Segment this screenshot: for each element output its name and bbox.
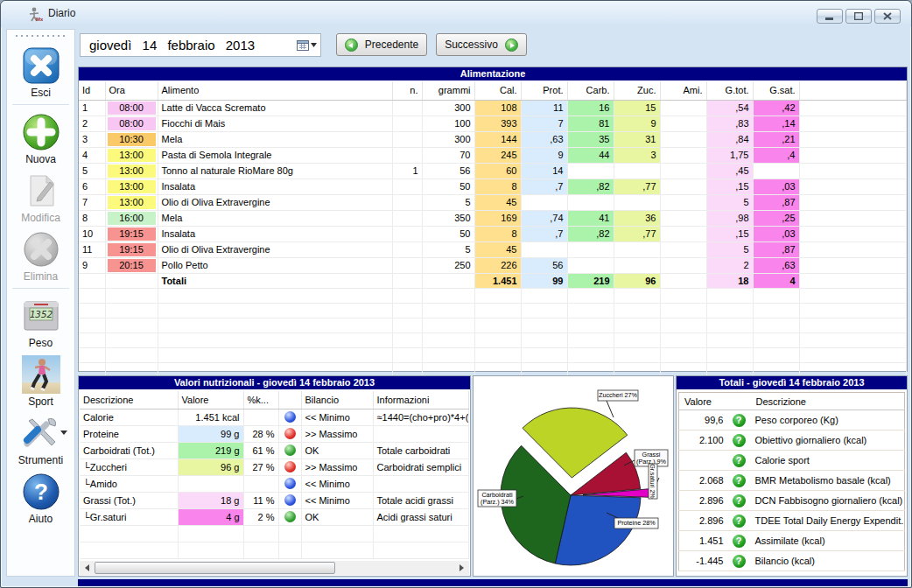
food-row[interactable]: 513:00Tonno al naturale RioMare 80g15660…	[79, 163, 907, 178]
totals-label: Totali	[158, 273, 392, 288]
previous-day-button[interactable]: Precedente	[336, 33, 427, 56]
nutrition-col-header[interactable]: Bilancio	[301, 391, 373, 409]
food-row[interactable]: 208:00Fiocchi di Mais1003937819,83,14	[79, 116, 907, 131]
cell-status	[278, 458, 301, 475]
cell-zuc	[614, 242, 660, 257]
sidebar-item-modifica[interactable]: Modifica	[7, 167, 74, 226]
totals-col-header[interactable]: Descrizione	[751, 393, 905, 410]
help-question-icon[interactable]: ?	[733, 535, 746, 548]
cell-zuc	[614, 163, 660, 178]
food-col-header[interactable]: Id	[79, 81, 105, 100]
sidebar-item-aiuto[interactable]: ?Aiuto	[7, 468, 74, 527]
food-row[interactable]: 1019:15Insalata508,7,82,77,15,03	[79, 226, 907, 242]
nutrition-col-header[interactable]	[278, 391, 301, 409]
nutrition-col-header[interactable]: Descrizione	[80, 391, 178, 409]
food-col-header[interactable]: Carb.	[567, 81, 614, 100]
totals-row[interactable]: -1.445?Bilancio (kcal)	[679, 551, 905, 571]
cell-valore: 99,6	[679, 410, 728, 430]
totals-row[interactable]: 99,6?Peso corporeo (Kg)	[679, 410, 905, 430]
nutrition-col-header[interactable]: Informazioni	[373, 391, 469, 409]
food-col-header[interactable]: n.	[392, 81, 422, 100]
calendar-dropdown-button[interactable]	[292, 34, 320, 56]
food-col-header[interactable]: Prot.	[521, 81, 567, 100]
cell-bilancio: << Minimo	[301, 409, 373, 425]
nutrition-row[interactable]: └Gr.saturi4 g2 %OKAcidi grassi saturi	[80, 508, 469, 525]
minimize-button[interactable]	[817, 9, 843, 24]
food-col-header[interactable]: grammi	[422, 81, 474, 100]
nutrition-row[interactable]: └Zuccheri96 g27 %>> MassimoCarboidrati s…	[80, 458, 469, 475]
cell-descrizione: └Gr.saturi	[80, 508, 178, 525]
food-row[interactable]: 713:00Olio di Oliva Extravergine5455,87	[79, 194, 907, 210]
help-question-icon[interactable]: ?	[733, 514, 746, 528]
totals-col-header[interactable]	[728, 393, 751, 410]
scroll-thumb[interactable]	[95, 562, 335, 574]
status-red-icon	[284, 428, 296, 439]
totals-row[interactable]: 2.068?BMR Metabolismo basale (kcal)	[679, 471, 905, 491]
cell-gsat: ,63	[753, 257, 799, 273]
close-button[interactable]	[874, 9, 901, 24]
totals-row[interactable]: 1.451?Assimilate (kcal)	[679, 531, 905, 551]
food-row[interactable]: 1119:15Olio di Oliva Extravergine5455,87	[79, 242, 907, 257]
help-question-icon[interactable]: ?	[733, 454, 746, 467]
totals-row[interactable]: 2.100?Obiettivo giornaliero (kcal)	[679, 430, 905, 451]
sidebar-grip[interactable]	[14, 33, 67, 38]
food-row[interactable]: 920:15Pollo Petto250226562,63	[79, 257, 907, 273]
cell-n	[392, 178, 422, 194]
food-row[interactable]: 816:00Mela350169,744136,98,25	[79, 210, 907, 226]
food-row[interactable]: 613:00Insalata508,7,82,77,15,03	[79, 178, 907, 194]
sidebar-item-sport[interactable]: Sport	[7, 351, 74, 410]
cell-informazioni: Totale acidi grassi	[373, 492, 469, 508]
date-picker[interactable]: giovedì 14 febbraio 2013	[80, 33, 321, 57]
cell-carb	[567, 194, 614, 210]
cell-ami	[660, 100, 706, 116]
nutrition-row[interactable]: Grassi (Tot.)18 g11 %<< MinimoTotale aci…	[80, 492, 469, 508]
horizontal-scrollbar[interactable]	[80, 561, 469, 575]
totals-row[interactable]: ?Calorie sport	[679, 451, 905, 471]
scroll-left-arrow[interactable]	[80, 561, 95, 575]
cell-ami	[660, 147, 706, 163]
help-question-icon[interactable]: ?	[733, 474, 746, 487]
cell-status	[278, 492, 301, 508]
cell-grammi: 300	[422, 131, 474, 147]
cell-gtot: ,84	[706, 131, 753, 147]
cell-ora: 13:00	[105, 194, 158, 210]
nutrition-row[interactable]: └Amido<< Minimo	[80, 475, 469, 492]
nutrition-row[interactable]: Carboidrati (Tot.)219 g61 %OKTotale carb…	[80, 442, 469, 458]
sidebar-item-strumenti[interactable]: Strumenti	[7, 410, 74, 468]
food-row[interactable]: 310:30Mela300144,633531,84,21	[79, 131, 907, 147]
maximize-button[interactable]	[845, 9, 872, 24]
help-question-icon[interactable]: ?	[733, 434, 746, 447]
time-badge: 10:30	[108, 133, 156, 146]
help-question-icon[interactable]: ?	[733, 414, 746, 427]
cell-gtot: ,98	[706, 210, 753, 226]
sidebar-item-peso[interactable]: 1352Peso	[7, 292, 74, 351]
cell-zuc: ,77	[614, 226, 660, 242]
help-question-icon[interactable]: ?	[733, 555, 746, 568]
food-col-header[interactable]: G.sat.	[753, 81, 799, 100]
cell-zuc	[614, 194, 660, 210]
next-day-button[interactable]: Successivo	[436, 33, 527, 56]
food-col-header[interactable]: Cal.	[474, 81, 521, 100]
totals-row[interactable]: 2.896?DCN Fabbisogno giornaliero (kcal)	[679, 491, 905, 511]
food-col-header[interactable]: Zuc.	[614, 81, 660, 100]
totals-row[interactable]: 2.896?TDEE Total Daily Energy Expendit..…	[679, 511, 905, 531]
food-row[interactable]: 108:00Latte di Vacca Scremato30010811161…	[79, 100, 907, 116]
nutrition-col-header[interactable]: %k...	[243, 391, 278, 409]
food-col-header[interactable]: Alimento	[158, 81, 392, 100]
sidebar-item-nuova[interactable]: Nuova	[7, 108, 74, 167]
cell-zuc: ,77	[614, 178, 660, 194]
pie-label: Zuccheri 27%	[598, 390, 638, 401]
nutrition-col-header[interactable]: Valore	[178, 391, 243, 409]
dropdown-arrow-icon[interactable]	[60, 430, 67, 435]
sidebar-item-esci[interactable]: Esci	[7, 42, 74, 101]
food-col-header[interactable]: G.tot.	[706, 81, 753, 100]
nutrition-row[interactable]: Proteine99 g28 %>> Massimo	[80, 425, 469, 442]
help-question-icon[interactable]: ?	[733, 494, 746, 508]
scroll-right-arrow[interactable]	[454, 561, 469, 575]
food-col-header[interactable]: Ora	[105, 81, 158, 100]
sidebar-item-elimina[interactable]: Elimina	[7, 226, 74, 284]
food-col-header[interactable]: Ami.	[660, 81, 706, 100]
food-row[interactable]: 413:00Pasta di Semola Integrale702459443…	[79, 147, 907, 163]
nutrition-row[interactable]: Calorie1.451 kcal<< Minimo≈1440=(cho+pro…	[80, 409, 469, 425]
totals-col-header[interactable]: Valore	[679, 393, 728, 410]
